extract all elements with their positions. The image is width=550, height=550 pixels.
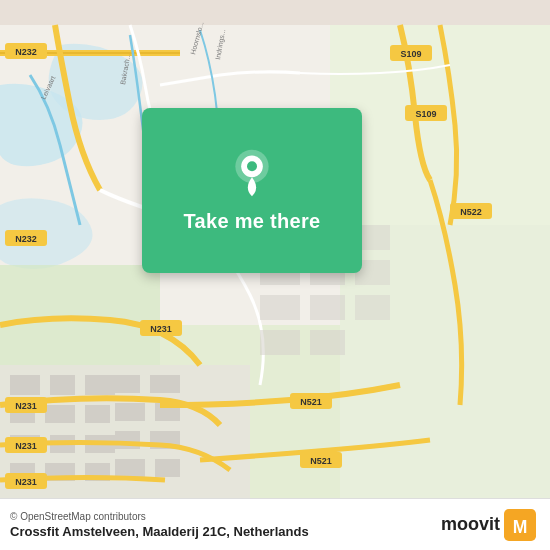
svg-text:N521: N521 — [310, 456, 332, 466]
svg-rect-57 — [310, 295, 345, 320]
svg-rect-62 — [355, 295, 390, 320]
copyright-text: © OpenStreetMap contributors — [10, 511, 309, 522]
map-container: N232 N232 N231 N231 N231 N231 N521 N521 … — [0, 0, 550, 550]
svg-text:N231: N231 — [15, 441, 37, 451]
svg-text:N522: N522 — [460, 207, 482, 217]
svg-rect-10 — [45, 405, 75, 423]
take-me-there-button[interactable]: Take me there — [184, 210, 321, 233]
svg-text:N231: N231 — [15, 401, 37, 411]
svg-text:N231: N231 — [15, 477, 37, 487]
svg-text:M: M — [513, 517, 528, 537]
bottom-left-info: © OpenStreetMap contributors Crossfit Am… — [10, 511, 309, 539]
svg-text:S109: S109 — [400, 49, 421, 59]
svg-rect-25 — [155, 459, 180, 477]
svg-rect-20 — [115, 403, 145, 421]
svg-text:S109: S109 — [415, 109, 436, 119]
svg-rect-58 — [260, 330, 300, 355]
bottom-bar: © OpenStreetMap contributors Crossfit Am… — [0, 498, 550, 550]
svg-rect-7 — [50, 375, 75, 395]
svg-rect-8 — [85, 375, 115, 395]
svg-rect-11 — [85, 405, 110, 423]
svg-rect-59 — [310, 330, 345, 355]
svg-rect-24 — [115, 459, 145, 477]
svg-rect-22 — [115, 431, 140, 449]
svg-point-65 — [247, 161, 257, 171]
svg-text:N232: N232 — [15, 234, 37, 244]
svg-text:N232: N232 — [15, 47, 37, 57]
svg-rect-2 — [330, 25, 550, 225]
svg-rect-6 — [10, 375, 40, 395]
moovit-icon: M — [504, 509, 536, 541]
moovit-brand-text: moovit — [441, 514, 500, 535]
svg-text:N231: N231 — [150, 324, 172, 334]
svg-text:N521: N521 — [300, 397, 322, 407]
location-name: Crossfit Amstelveen, Maalderij 21C, Neth… — [10, 524, 309, 539]
location-card[interactable]: Take me there — [142, 108, 362, 273]
moovit-logo: moovit M — [441, 509, 536, 541]
location-pin-icon — [227, 148, 277, 198]
svg-rect-19 — [150, 375, 180, 393]
map-background: N232 N232 N231 N231 N231 N231 N521 N521 … — [0, 0, 550, 550]
svg-rect-56 — [260, 295, 300, 320]
svg-rect-18 — [115, 375, 140, 393]
